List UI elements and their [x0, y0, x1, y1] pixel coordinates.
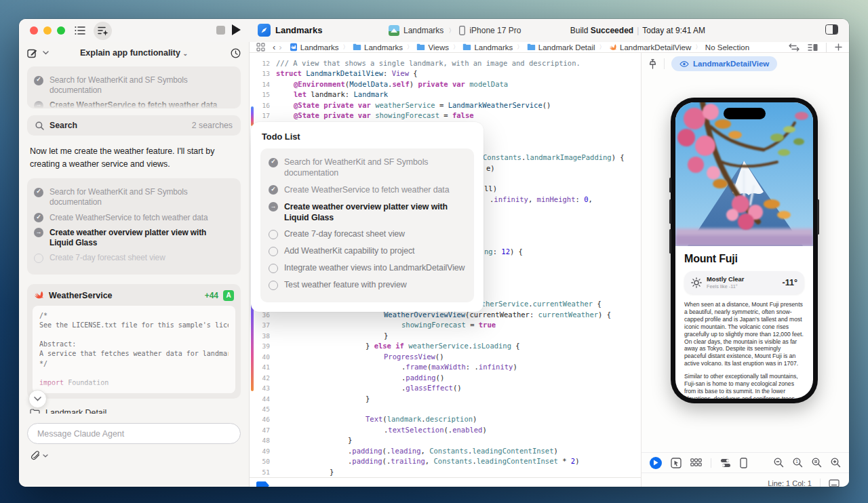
- todo-item-done[interactable]: Create WeatherService to fetch weather d…: [34, 213, 234, 223]
- inspector-toggle-icon[interactable]: [825, 24, 838, 35]
- code-line[interactable]: 41.frame(maxWidth: .infinity): [250, 362, 641, 372]
- todo-item-current[interactable]: Create weather overview platter view wit…: [34, 228, 234, 248]
- zoom-out-icon[interactable]: [774, 458, 784, 468]
- zoom-window-button[interactable]: [57, 26, 65, 35]
- minimap-toggle-icon[interactable]: [808, 43, 818, 52]
- code-line[interactable]: 15let landmark: Landmark: [250, 89, 641, 100]
- forward-button[interactable]: ›: [279, 42, 281, 52]
- sun-icon: [691, 277, 702, 288]
- code-line[interactable]: 42.padding(): [250, 373, 641, 383]
- search-activity-row[interactable]: Search 2 searches: [27, 115, 241, 136]
- select-mode-icon[interactable]: [671, 458, 682, 468]
- code-line[interactable]: 38}: [250, 331, 641, 341]
- scroll-to-bottom-button[interactable]: [28, 390, 47, 408]
- conversation-title[interactable]: Explain app functionality ⌄: [19, 48, 249, 58]
- agent-sparkle-icon: [98, 26, 108, 36]
- todo-item-done[interactable]: Create WeatherService to fetch weather d…: [269, 185, 466, 196]
- scheme-selector[interactable]: Landmarks 〉 iPhone 17 Pro: [389, 25, 521, 36]
- todo-item-label: Create WeatherService to fetch weather d…: [284, 185, 449, 196]
- swap-editor-icon[interactable]: [789, 43, 800, 52]
- variants-icon[interactable]: [690, 458, 702, 467]
- code-line[interactable]: 51}: [250, 467, 641, 477]
- todo-item-done[interactable]: Search for WeatherKit and SF Symbols doc…: [269, 157, 466, 179]
- code-line[interactable]: 14@Environment(ModelData.self) private v…: [250, 79, 641, 89]
- chevron-down-icon: [34, 397, 41, 401]
- code-line[interactable]: 16@State private var weatherService = La…: [250, 100, 641, 110]
- preview-target-pill[interactable]: LandmarkDetailView: [671, 56, 777, 71]
- source-editor[interactable]: 12/// A view that shows a single landmar…: [250, 53, 641, 487]
- breadcrumb-item[interactable]: Landmarks: [462, 43, 513, 52]
- todo-item-open[interactable]: Integrate weather views into LandmarkDet…: [269, 263, 466, 274]
- preview-target-name: LandmarkDetailView: [693, 60, 769, 68]
- add-editor-icon[interactable]: [835, 43, 842, 51]
- display-icon[interactable]: [829, 479, 840, 487]
- search-count: 2 searches: [192, 121, 233, 130]
- todo-item-open[interactable]: Create 7-day forecast sheet view: [269, 229, 466, 240]
- code-line[interactable]: 40ProgressView(): [250, 352, 641, 362]
- breadcrumb-item[interactable]: Views: [416, 43, 448, 52]
- pin-icon[interactable]: [648, 59, 657, 69]
- code-line[interactable]: 39} else if weatherService.isLoading {: [250, 341, 641, 351]
- breadcrumb-item[interactable]: No Selection: [705, 43, 749, 52]
- claude-agent-button[interactable]: [94, 22, 112, 40]
- edit-change-ribbon[interactable]: [251, 106, 254, 126]
- code-line[interactable]: 47.textSelection(.enabled): [250, 425, 641, 435]
- device-settings-icon[interactable]: [720, 458, 731, 468]
- scheme-name: Landmarks: [403, 26, 443, 35]
- dynamic-island: [724, 108, 766, 119]
- file-group-row[interactable]: Landmark Detail: [30, 408, 238, 414]
- todo-item-open[interactable]: Test weather feature with preview: [269, 280, 466, 291]
- chevron-separator: 〉: [453, 43, 459, 52]
- code-text: @State private var showingForecast = fal…: [276, 110, 474, 121]
- code-line[interactable]: 44}: [250, 394, 641, 404]
- todo-item-open[interactable]: Add WeatherKit capability to project: [269, 246, 466, 257]
- todo-item-current[interactable]: Create weather overview platter view wit…: [269, 202, 466, 224]
- weather-platter[interactable]: Mostly Clear Feels like -11° -11°: [684, 271, 804, 294]
- code-line[interactable]: 17@State private var showingForecast = f…: [250, 110, 641, 121]
- code-text: .padding(): [276, 373, 444, 383]
- zoom-100-icon[interactable]: 1: [793, 458, 803, 468]
- run-button[interactable]: [232, 24, 241, 35]
- todo-item-done[interactable]: Search for WeatherKit and SF Symbols doc…: [34, 75, 234, 96]
- breakpoint-icon[interactable]: [256, 481, 269, 487]
- breadcrumb-item[interactable]: Landmarks: [290, 43, 339, 52]
- code-line[interactable]: 50.padding(.trailing, Constants.leadingC…: [250, 456, 641, 466]
- file-card-weatherservice[interactable]: WeatherService +44 A /*See the LICENSE.t…: [27, 284, 241, 399]
- folder-icon: [353, 43, 361, 51]
- code-line[interactable]: 46Text(landmark.description): [250, 414, 641, 424]
- code-text: }: [276, 435, 352, 445]
- breadcrumb-item[interactable]: Landmarks: [353, 43, 403, 52]
- code-line[interactable]: 12/// A view that shows a single landmar…: [250, 58, 641, 68]
- live-preview-button[interactable]: [650, 457, 662, 469]
- breadcrumb-item[interactable]: Landmark Detail: [527, 43, 595, 52]
- close-window-button[interactable]: [30, 26, 38, 35]
- code-line[interactable]: 49.padding(.leading, Constants.leadingCo…: [250, 446, 641, 456]
- device-icon[interactable]: [740, 458, 747, 468]
- attachment-icon[interactable]: [31, 451, 40, 460]
- project-app-icon: [258, 24, 271, 37]
- message-input[interactable]: [27, 423, 241, 444]
- stop-button[interactable]: [216, 26, 225, 35]
- code-line[interactable]: 45: [250, 404, 641, 414]
- line-number: 44: [250, 394, 270, 404]
- todo-item-done[interactable]: Search for WeatherKit and SF Symbols doc…: [34, 187, 234, 207]
- checklist-icon[interactable]: [75, 26, 85, 35]
- zoom-in-icon[interactable]: [831, 458, 841, 468]
- activity-status[interactable]: Build Succeeded|Today at 9:41 AM: [570, 26, 705, 35]
- agent-conversation[interactable]: Search for WeatherKit and SF Symbols doc…: [19, 64, 249, 414]
- code-line[interactable]: 43.glassEffect(): [250, 383, 641, 393]
- code-text: .padding(.leading, Constants.leadingCont…: [276, 446, 558, 456]
- minimize-window-button[interactable]: [43, 26, 52, 35]
- related-items-icon[interactable]: [256, 43, 265, 52]
- iphone-preview[interactable]: Mount Fuji Mostly Clear Feels like -11° …: [671, 98, 818, 403]
- code-line[interactable]: 48}: [250, 435, 641, 445]
- code-line[interactable]: 13struct LandmarkDetailView: View {: [250, 68, 641, 79]
- code-line[interactable]: 37showingForecast = true: [250, 320, 641, 330]
- zoom-fit-icon[interactable]: [812, 458, 822, 468]
- chevron-down-icon[interactable]: [43, 454, 48, 458]
- code-text: }: [276, 394, 370, 404]
- back-button[interactable]: ‹: [273, 42, 275, 52]
- code-text: ProgressView(): [276, 352, 444, 362]
- breadcrumb-item[interactable]: LandmarkDetailView: [609, 43, 691, 52]
- window-tab[interactable]: Landmarks: [258, 24, 322, 37]
